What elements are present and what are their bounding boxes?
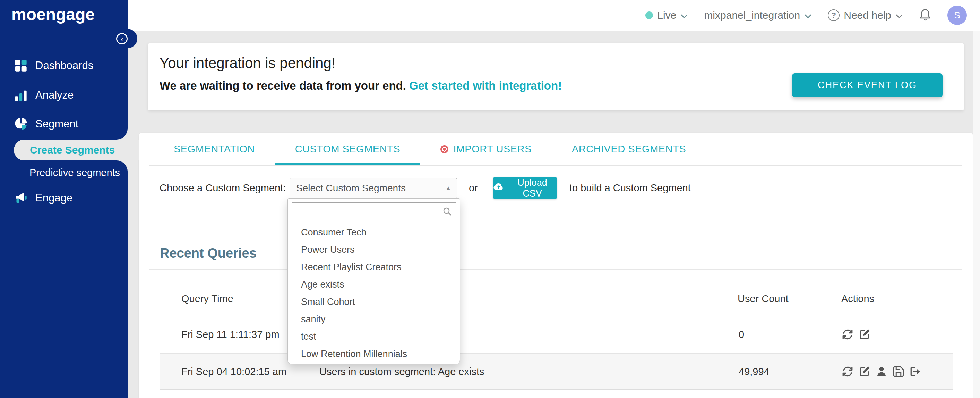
table-row: Fri Sep 04 10:02:15 am Users in custom s…	[159, 354, 953, 390]
avatar-initial: S	[954, 10, 960, 21]
tab-label: SEGMENTATION	[174, 144, 255, 155]
dropdown-option[interactable]: test	[288, 328, 460, 345]
column-header-user-count: User Count	[738, 293, 789, 305]
export-icon[interactable]	[909, 365, 922, 378]
sidebar-item-label: Segment	[35, 118, 78, 130]
dashboard-grid-icon	[14, 59, 28, 73]
bell-icon	[919, 11, 931, 23]
section-divider	[149, 269, 963, 270]
tab-import-users[interactable]: IMPORT USERS	[420, 133, 552, 165]
chevron-down-icon	[896, 10, 903, 21]
app-root: Live mixpanel_integration ? Need help S	[0, 0, 980, 398]
dropdown-search	[292, 203, 457, 220]
dropdown-option[interactable]: Power Users	[288, 241, 460, 258]
top-bar: Live mixpanel_integration ? Need help S	[127, 0, 980, 31]
sidebar-item-dashboards[interactable]: Dashboards	[0, 55, 127, 76]
or-text: or	[469, 178, 478, 198]
sidebar-item-analyze[interactable]: Analyze	[0, 85, 127, 105]
tab-label: ARCHIVED SEGMENTS	[572, 144, 686, 155]
upload-csv-label: Upload CSV	[508, 177, 557, 199]
save-icon[interactable]	[892, 365, 905, 378]
dropdown-option[interactable]: sanity	[288, 310, 460, 328]
workspace-selector[interactable]: mixpanel_integration	[704, 10, 812, 21]
custom-segment-select[interactable]: Select Custom Segments ▲	[290, 178, 457, 198]
alert-dot-icon	[441, 145, 449, 153]
banner-title: Your integration is pending!	[159, 55, 336, 72]
recent-queries-heading: Recent Queries	[160, 246, 257, 261]
tab-custom-segments[interactable]: CUSTOM SEGMENTS	[275, 133, 420, 165]
tab-label: IMPORT USERS	[453, 144, 531, 155]
workspace-label: mixpanel_integration	[704, 10, 800, 21]
sidebar-item-engage[interactable]: Engage	[0, 187, 127, 208]
query-time-cell: Fri Sep 04 10:02:15 am	[181, 366, 286, 377]
sidebar: moengage Dashboards Analyze Segment Crea…	[0, 0, 127, 398]
user-count-cell: 0	[739, 329, 744, 340]
help-menu[interactable]: ? Need help	[828, 10, 903, 21]
refresh-icon[interactable]	[841, 328, 854, 341]
build-segment-helper-text: to build a Custom Segment	[570, 178, 691, 198]
refresh-icon[interactable]	[841, 365, 854, 378]
edit-icon[interactable]	[858, 365, 871, 378]
user-icon[interactable]	[875, 365, 888, 378]
pie-chart-icon	[14, 117, 28, 131]
help-question-icon: ?	[828, 10, 840, 21]
sidebar-item-create-segments[interactable]: Create Segments	[14, 140, 139, 160]
live-status-dot	[645, 11, 653, 19]
query-time-cell: Fri Sep 11 1:11:37 pm	[181, 329, 280, 340]
search-icon	[442, 206, 453, 218]
tab-label: CUSTOM SEGMENTS	[295, 144, 400, 155]
bar-chart-icon	[14, 88, 28, 102]
tabs-divider	[149, 165, 963, 166]
sidebar-collapse-button[interactable]: ‹	[116, 33, 127, 45]
sidebar-item-segment[interactable]: Segment	[0, 113, 127, 134]
chevron-down-icon	[680, 10, 688, 21]
column-header-query-time: Query Time	[181, 293, 233, 305]
sidebar-item-label: Create Segments	[30, 144, 115, 156]
tab-segmentation[interactable]: SEGMENTATION	[154, 133, 275, 165]
dropdown-option[interactable]: Low Retention Millennials	[288, 345, 460, 363]
custom-segment-dropdown: Consumer Tech Power Users Recent Playlis…	[288, 198, 460, 364]
environment-label: Live	[657, 10, 676, 21]
edit-icon[interactable]	[858, 328, 871, 341]
user-count-cell: 49,994	[739, 366, 770, 377]
dropdown-option[interactable]: Age exists	[288, 276, 460, 293]
avatar[interactable]: S	[947, 6, 967, 25]
sidebar-item-label: Analyze	[35, 89, 73, 101]
column-header-actions: Actions	[841, 293, 874, 305]
sidebar-item-label: Engage	[35, 192, 73, 204]
upload-csv-button[interactable]: Upload CSV	[493, 177, 557, 199]
banner-message-text: We are waiting to receive data from your…	[159, 79, 406, 92]
row-actions	[841, 365, 922, 378]
dropdown-options: Consumer Tech Power Users Recent Playlis…	[288, 224, 460, 363]
caret-up-icon: ▲	[445, 185, 451, 192]
notifications-button[interactable]	[919, 8, 931, 23]
banner-message: We are waiting to receive data from your…	[159, 79, 562, 93]
cloud-upload-icon	[493, 182, 504, 194]
dropdown-option[interactable]: Consumer Tech	[288, 224, 460, 241]
check-event-log-button[interactable]: CHECK EVENT LOG	[792, 73, 943, 97]
select-value: Select Custom Segments	[296, 183, 406, 194]
get-started-link[interactable]: Get started with integration!	[409, 79, 562, 92]
tab-bar: SEGMENTATION CUSTOM SEGMENTS IMPORT USER…	[139, 133, 973, 165]
integration-pending-banner: Your integration is pending! We are wait…	[148, 43, 964, 110]
dropdown-search-input[interactable]	[292, 203, 456, 220]
scrollbar[interactable]	[973, 31, 980, 398]
chevron-down-icon	[804, 10, 812, 21]
help-label: Need help	[844, 10, 891, 21]
table-row: Fri Sep 11 1:11:37 pm 0	[159, 315, 953, 353]
tab-archived-segments[interactable]: ARCHIVED SEGMENTS	[552, 133, 706, 165]
dropdown-option[interactable]: Recent Playlist Creators	[288, 258, 460, 276]
dropdown-option[interactable]: Small Cohort	[288, 293, 460, 310]
environment-selector[interactable]: Live	[645, 10, 688, 21]
moengage-logo: moengage	[11, 5, 95, 24]
concave-corner-decoration	[116, 128, 127, 140]
megaphone-icon	[14, 191, 28, 205]
row-actions	[841, 328, 871, 341]
segments-card: SEGMENTATION CUSTOM SEGMENTS IMPORT USER…	[139, 133, 973, 398]
sidebar-item-label: Predictive segments	[29, 167, 120, 179]
sidebar-item-predictive-segments[interactable]: Predictive segments	[29, 164, 120, 181]
sidebar-item-label: Dashboards	[35, 59, 93, 72]
query-description-cell: Users in custom segment: Age exists	[320, 366, 484, 377]
choose-segment-label: Choose a Custom Segment:	[159, 178, 286, 198]
